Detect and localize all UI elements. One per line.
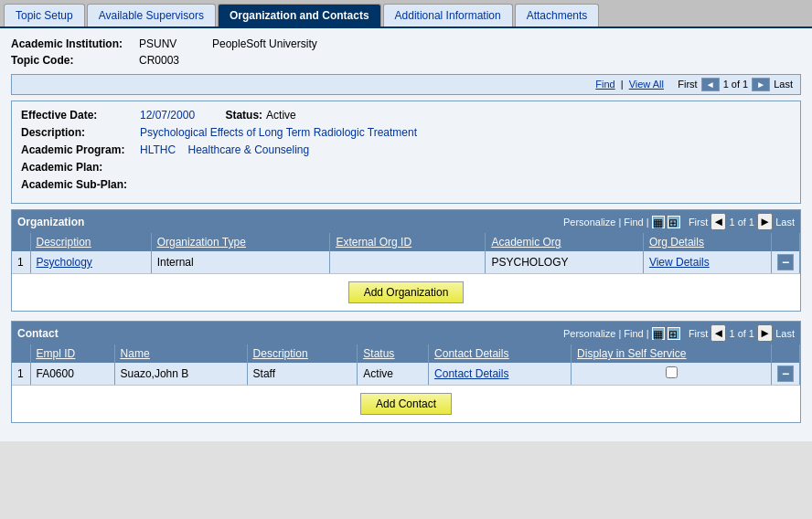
add-organization-row: Add Organization (12, 274, 800, 311)
contact-row-display-self-service[interactable] (572, 363, 772, 386)
topic-code-value: CR0003 (139, 54, 179, 67)
contact-personalize-link[interactable]: Personalize (563, 328, 615, 339)
remove-contact-btn[interactable]: − (777, 365, 794, 382)
org-row-ext-org-id (330, 251, 486, 274)
contact-find-link[interactable]: Find (624, 328, 643, 339)
description-value: Psychological Effects of Long Term Radio… (140, 126, 417, 139)
org-page-info: 1 of 1 (729, 217, 754, 228)
effective-date-label: Effective Date: (21, 109, 140, 122)
tab-bar: Topic Setup Available Supervisors Organi… (0, 0, 812, 28)
contact-col-status[interactable]: Status (358, 344, 429, 363)
academic-sub-plan-row: Academic Sub-Plan: (21, 178, 791, 191)
contact-header: Contact Personalize | Find | ▦ ⊞ First ◄… (12, 322, 800, 344)
topic-code-row: Topic Code: CR0003 (11, 54, 801, 67)
contact-col-empl-id[interactable]: Empl ID (30, 344, 114, 363)
record-nav-bar: Find | View All First ◄ 1 of 1 ► Last (11, 74, 801, 95)
org-personalize-link[interactable]: Personalize (563, 217, 615, 228)
contact-prev-btn[interactable]: ◄ (710, 324, 726, 342)
next-page-btn[interactable]: ► (752, 78, 770, 91)
org-col-num (12, 233, 30, 251)
academic-institution-label: Academic Institution: (11, 37, 139, 50)
contact-row-remove[interactable]: − (772, 363, 800, 386)
tab-attachments[interactable]: Attachments (515, 4, 600, 26)
tab-organization-and-contacts[interactable]: Organization and Contacts (218, 4, 381, 26)
nav-separator: | (621, 79, 624, 90)
org-sep2: | (646, 217, 649, 228)
main-content: Academic Institution: PSUNV PeopleSoft U… (0, 28, 812, 441)
contact-row-num: 1 (12, 363, 30, 386)
last-label: Last (774, 79, 793, 90)
org-first-label: First (689, 217, 708, 228)
contact-controls: Personalize | Find | ▦ ⊞ First ◄ 1 of 1 … (563, 324, 795, 342)
org-row-description[interactable]: Psychology (30, 251, 151, 274)
academic-plan-row: Academic Plan: (21, 161, 791, 174)
status-label: Status: (225, 109, 262, 122)
organization-controls: Personalize | Find | ▦ ⊞ First ◄ 1 of 1 … (563, 213, 795, 230)
academic-program-code: HLTHC (140, 143, 176, 156)
academic-program-label: Academic Program: (21, 143, 140, 156)
contact-spreadsheet-icon[interactable]: ⊞ (668, 327, 680, 340)
academic-program-name: Healthcare & Counseling (187, 143, 309, 156)
academic-plan-label: Academic Plan: (21, 161, 140, 174)
prev-page-btn[interactable]: ◄ (701, 78, 720, 91)
org-col-description[interactable]: Description (30, 233, 151, 251)
topic-code-label: Topic Code: (11, 54, 139, 67)
find-link[interactable]: Find (595, 79, 614, 90)
contact-row-name: Suazo,John B (114, 363, 247, 386)
effective-date-row: Effective Date: 12/07/2000 Status: Activ… (21, 109, 791, 122)
tab-topic-setup[interactable]: Topic Setup (4, 4, 85, 26)
org-row-academic-org: PSYCHOLOGY (486, 251, 643, 274)
view-all-link[interactable]: View All (629, 79, 664, 90)
org-last-label: Last (775, 217, 795, 228)
org-col-remove (772, 233, 800, 251)
org-col-academic-org[interactable]: Academic Org (486, 233, 643, 251)
contact-col-display-self-service[interactable]: Display in Self Service (572, 344, 772, 363)
contact-row-description: Staff (247, 363, 358, 386)
contact-col-description[interactable]: Description (247, 344, 358, 363)
contact-row-status: Active (358, 363, 429, 386)
first-label: First (678, 79, 697, 90)
contact-page-info: 1 of 1 (729, 328, 754, 339)
remove-org-btn[interactable]: − (777, 254, 794, 270)
org-col-org-details[interactable]: Org Details (643, 233, 771, 251)
contact-view-icon[interactable]: ▦ (652, 327, 665, 340)
info-section: Academic Institution: PSUNV PeopleSoft U… (11, 37, 801, 67)
description-row: Description: Psychological Effects of Lo… (21, 126, 791, 139)
tab-additional-information[interactable]: Additional Information (383, 4, 513, 26)
table-row: 1 FA0600 Suazo,John B Staff Active Conta… (12, 363, 800, 386)
contact-sep1: | (618, 328, 621, 339)
org-col-ext-org-id[interactable]: External Org ID (330, 233, 486, 251)
org-spreadsheet-icon[interactable]: ⊞ (668, 216, 680, 228)
contact-col-name[interactable]: Name (114, 344, 247, 363)
organization-header: Organization Personalize | Find | ▦ ⊞ Fi… (12, 210, 800, 233)
org-row-remove[interactable]: − (772, 251, 800, 274)
add-contact-row: Add Contact (12, 386, 800, 422)
display-self-service-checkbox[interactable] (666, 366, 678, 378)
add-organization-button[interactable]: Add Organization (348, 281, 465, 303)
org-next-btn[interactable]: ► (757, 213, 773, 230)
org-find-link[interactable]: Find (624, 217, 643, 228)
contact-table: Empl ID Name Description Status Contact … (12, 344, 800, 386)
academic-sub-plan-label: Academic Sub-Plan: (21, 178, 140, 191)
organization-title: Organization (17, 216, 84, 228)
organization-section: Organization Personalize | Find | ▦ ⊞ Fi… (11, 209, 801, 312)
detail-area: Effective Date: 12/07/2000 Status: Activ… (11, 101, 801, 204)
description-label: Description: (21, 126, 140, 139)
academic-program-row: Academic Program: HLTHC Healthcare & Cou… (21, 143, 791, 156)
org-row-num: 1 (12, 251, 30, 274)
contact-row-empl-id: FA0600 (30, 363, 114, 386)
contact-col-remove (772, 344, 800, 363)
tab-available-supervisors[interactable]: Available Supervisors (87, 4, 216, 26)
page-info: 1 of 1 (723, 79, 749, 90)
add-contact-button[interactable]: Add Contact (360, 393, 452, 415)
org-row-org-details[interactable]: View Details (643, 251, 771, 274)
contact-row-contact-details[interactable]: Contact Details (429, 363, 572, 386)
org-view-icon[interactable]: ▦ (652, 216, 665, 228)
org-prev-btn[interactable]: ◄ (710, 213, 726, 230)
status-value: Active (266, 109, 296, 122)
contact-col-contact-details[interactable]: Contact Details (429, 344, 572, 363)
academic-institution-code: PSUNV (139, 37, 212, 50)
org-col-org-type[interactable]: Organization Type (151, 233, 330, 251)
org-row-org-type: Internal (151, 251, 330, 274)
contact-next-btn[interactable]: ► (757, 324, 773, 342)
